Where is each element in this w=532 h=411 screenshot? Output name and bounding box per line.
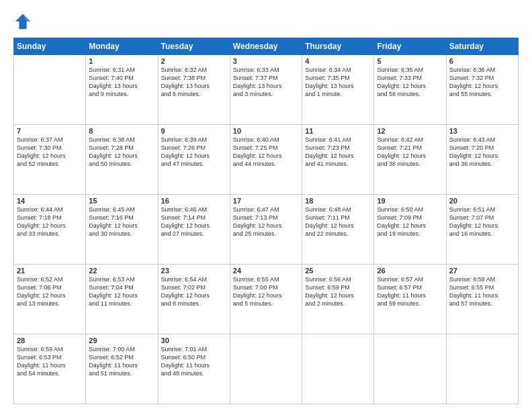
weekday-header-row: SundayMondayTuesdayWednesdayThursdayFrid… [14, 38, 519, 55]
calendar-cell [302, 334, 374, 404]
weekday-header-tuesday: Tuesday [158, 38, 230, 55]
cell-content: Sunrise: 6:55 AM Sunset: 7:00 PM Dayligh… [233, 275, 299, 308]
week-row-2: 14Sunrise: 6:44 AM Sunset: 7:18 PM Dayli… [14, 195, 519, 265]
day-number: 23 [161, 267, 227, 275]
cell-content: Sunrise: 6:59 AM Sunset: 6:53 PM Dayligh… [17, 345, 83, 378]
day-number: 16 [161, 197, 227, 205]
cell-content: Sunrise: 6:57 AM Sunset: 6:57 PM Dayligh… [377, 275, 443, 308]
day-number: 29 [89, 336, 154, 345]
cell-content: Sunrise: 6:46 AM Sunset: 7:14 PM Dayligh… [161, 205, 227, 238]
cell-content: Sunrise: 6:33 AM Sunset: 7:37 PM Dayligh… [233, 66, 299, 99]
calendar-cell [14, 55, 86, 125]
cell-content: Sunrise: 6:47 AM Sunset: 7:13 PM Dayligh… [233, 205, 299, 238]
cell-content: Sunrise: 6:32 AM Sunset: 7:38 PM Dayligh… [161, 66, 227, 99]
day-number: 22 [89, 267, 154, 275]
calendar-cell: 25Sunrise: 6:56 AM Sunset: 6:59 PM Dayli… [302, 265, 374, 334]
calendar-cell: 8Sunrise: 6:38 AM Sunset: 7:28 PM Daylig… [86, 125, 158, 195]
calendar-cell: 21Sunrise: 6:52 AM Sunset: 7:06 PM Dayli… [14, 265, 86, 334]
calendar-cell: 11Sunrise: 6:41 AM Sunset: 7:23 PM Dayli… [302, 125, 374, 195]
cell-content: Sunrise: 6:38 AM Sunset: 7:28 PM Dayligh… [89, 136, 154, 169]
cell-content: Sunrise: 6:36 AM Sunset: 7:32 PM Dayligh… [449, 66, 515, 99]
week-row-0: 1Sunrise: 6:31 AM Sunset: 7:40 PM Daylig… [14, 55, 519, 125]
calendar-cell: 22Sunrise: 6:53 AM Sunset: 7:04 PM Dayli… [86, 265, 158, 334]
day-number: 12 [377, 127, 443, 135]
cell-content: Sunrise: 6:54 AM Sunset: 7:02 PM Dayligh… [161, 275, 227, 308]
day-number: 10 [233, 127, 299, 135]
calendar-cell [230, 334, 302, 404]
cell-content: Sunrise: 6:44 AM Sunset: 7:18 PM Dayligh… [17, 205, 83, 238]
calendar-cell: 1Sunrise: 6:31 AM Sunset: 7:40 PM Daylig… [86, 55, 158, 125]
cell-content: Sunrise: 6:50 AM Sunset: 7:09 PM Dayligh… [377, 205, 443, 238]
calendar-cell [446, 334, 518, 404]
day-number: 21 [17, 267, 83, 275]
cell-content: Sunrise: 6:42 AM Sunset: 7:21 PM Dayligh… [377, 136, 443, 169]
calendar-cell: 13Sunrise: 6:43 AM Sunset: 7:20 PM Dayli… [446, 125, 518, 195]
calendar-cell: 7Sunrise: 6:37 AM Sunset: 7:30 PM Daylig… [14, 125, 86, 195]
cell-content: Sunrise: 6:37 AM Sunset: 7:30 PM Dayligh… [17, 136, 83, 169]
calendar-cell: 24Sunrise: 6:55 AM Sunset: 7:00 PM Dayli… [230, 265, 302, 334]
calendar-cell [374, 334, 446, 404]
cell-content: Sunrise: 6:43 AM Sunset: 7:20 PM Dayligh… [449, 136, 515, 169]
day-number: 4 [305, 57, 371, 65]
calendar-cell: 2Sunrise: 6:32 AM Sunset: 7:38 PM Daylig… [158, 55, 230, 125]
day-number: 15 [89, 197, 154, 205]
week-row-3: 21Sunrise: 6:52 AM Sunset: 7:06 PM Dayli… [14, 265, 519, 334]
day-number: 3 [233, 57, 299, 65]
weekday-header-monday: Monday [86, 38, 158, 55]
calendar-cell: 12Sunrise: 6:42 AM Sunset: 7:21 PM Dayli… [374, 125, 446, 195]
cell-content: Sunrise: 6:53 AM Sunset: 7:04 PM Dayligh… [89, 275, 154, 308]
week-row-4: 28Sunrise: 6:59 AM Sunset: 6:53 PM Dayli… [14, 334, 519, 404]
cell-content: Sunrise: 6:56 AM Sunset: 6:59 PM Dayligh… [305, 275, 371, 308]
day-number: 27 [449, 267, 515, 275]
day-number: 6 [449, 57, 515, 65]
day-number: 7 [17, 127, 83, 135]
day-number: 11 [305, 127, 371, 135]
cell-content: Sunrise: 6:48 AM Sunset: 7:11 PM Dayligh… [305, 205, 371, 238]
cell-content: Sunrise: 6:34 AM Sunset: 7:35 PM Dayligh… [305, 66, 371, 99]
cell-content: Sunrise: 6:52 AM Sunset: 7:06 PM Dayligh… [17, 275, 83, 308]
day-number: 25 [305, 267, 371, 275]
calendar-cell: 4Sunrise: 6:34 AM Sunset: 7:35 PM Daylig… [302, 55, 374, 125]
day-number: 18 [305, 197, 371, 205]
calendar-cell: 3Sunrise: 6:33 AM Sunset: 7:37 PM Daylig… [230, 55, 302, 125]
calendar-cell: 28Sunrise: 6:59 AM Sunset: 6:53 PM Dayli… [14, 334, 86, 404]
cell-content: Sunrise: 6:58 AM Sunset: 6:55 PM Dayligh… [449, 275, 515, 308]
calendar-cell: 26Sunrise: 6:57 AM Sunset: 6:57 PM Dayli… [374, 265, 446, 334]
day-number: 1 [89, 57, 154, 65]
calendar-cell: 30Sunrise: 7:01 AM Sunset: 6:50 PM Dayli… [158, 334, 230, 404]
day-number: 5 [377, 57, 443, 65]
day-number: 19 [377, 197, 443, 205]
cell-content: Sunrise: 7:00 AM Sunset: 6:52 PM Dayligh… [89, 345, 154, 378]
cell-content: Sunrise: 6:51 AM Sunset: 7:07 PM Dayligh… [449, 205, 515, 238]
cell-content: Sunrise: 6:31 AM Sunset: 7:40 PM Dayligh… [89, 66, 154, 99]
week-row-1: 7Sunrise: 6:37 AM Sunset: 7:30 PM Daylig… [14, 125, 519, 195]
logo-icon [13, 12, 32, 31]
day-number: 24 [233, 267, 299, 275]
calendar-cell: 29Sunrise: 7:00 AM Sunset: 6:52 PM Dayli… [86, 334, 158, 404]
cell-content: Sunrise: 6:39 AM Sunset: 7:26 PM Dayligh… [161, 136, 227, 169]
calendar-cell: 14Sunrise: 6:44 AM Sunset: 7:18 PM Dayli… [14, 195, 86, 265]
header [13, 12, 519, 31]
day-number: 30 [161, 336, 227, 345]
day-number: 28 [17, 336, 83, 345]
weekday-header-saturday: Saturday [446, 38, 518, 55]
day-number: 8 [89, 127, 154, 135]
day-number: 20 [449, 197, 515, 205]
day-number: 2 [161, 57, 227, 65]
calendar-cell: 9Sunrise: 6:39 AM Sunset: 7:26 PM Daylig… [158, 125, 230, 195]
day-number: 17 [233, 197, 299, 205]
day-number: 9 [161, 127, 227, 135]
cell-content: Sunrise: 7:01 AM Sunset: 6:50 PM Dayligh… [161, 345, 227, 378]
calendar-cell: 6Sunrise: 6:36 AM Sunset: 7:32 PM Daylig… [446, 55, 518, 125]
calendar-cell: 27Sunrise: 6:58 AM Sunset: 6:55 PM Dayli… [446, 265, 518, 334]
cell-content: Sunrise: 6:45 AM Sunset: 7:16 PM Dayligh… [89, 205, 154, 238]
calendar-cell: 19Sunrise: 6:50 AM Sunset: 7:09 PM Dayli… [374, 195, 446, 265]
calendar-cell: 20Sunrise: 6:51 AM Sunset: 7:07 PM Dayli… [446, 195, 518, 265]
calendar-cell: 5Sunrise: 6:35 AM Sunset: 7:33 PM Daylig… [374, 55, 446, 125]
calendar-cell: 16Sunrise: 6:46 AM Sunset: 7:14 PM Dayli… [158, 195, 230, 265]
calendar-cell: 15Sunrise: 6:45 AM Sunset: 7:16 PM Dayli… [86, 195, 158, 265]
day-number: 13 [449, 127, 515, 135]
calendar-cell: 23Sunrise: 6:54 AM Sunset: 7:02 PM Dayli… [158, 265, 230, 334]
day-number: 26 [377, 267, 443, 275]
cell-content: Sunrise: 6:40 AM Sunset: 7:25 PM Dayligh… [233, 136, 299, 169]
